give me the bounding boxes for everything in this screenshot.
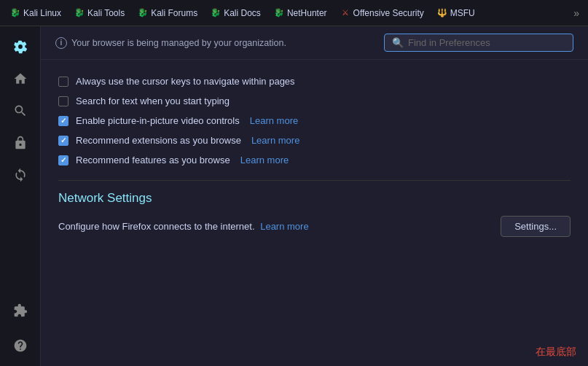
pref-item-pip: Enable picture-in-picture video controls… [55, 111, 573, 131]
lock-icon [13, 136, 28, 150]
tab-msfu[interactable]: 🔱 MSFU [431, 5, 481, 21]
checkbox-recommend-features[interactable] [58, 155, 68, 166]
managed-text: Your browser is being managed by your or… [71, 38, 286, 48]
sidebar-item-help[interactable] [6, 331, 35, 360]
bottom-right-label: 在最底部 [536, 346, 576, 359]
tab-kali-tools[interactable]: 🐉 Kali Tools [68, 5, 130, 21]
pref-label-pip: Enable picture-in-picture video controls [76, 115, 240, 126]
checkbox-recommend-extensions[interactable] [58, 136, 68, 146]
sidebar-item-search[interactable] [6, 96, 35, 125]
kali-tools-icon: 🐉 [74, 8, 85, 18]
pref-label-recommend-extensions: Recommend extensions as you browse [76, 135, 241, 146]
search-box[interactable]: 🔍 [384, 34, 573, 52]
pref-label-search-typing: Search for text when you start typing [76, 96, 230, 106]
tab-msfu-label: MSFU [450, 8, 475, 18]
network-settings-button[interactable]: Settings... [501, 216, 571, 237]
search-input[interactable] [408, 37, 565, 48]
tab-kali-forums-label: Kali Forums [151, 8, 197, 18]
home-icon [13, 71, 28, 86]
tab-offensive-security-label: Offensive Security [353, 8, 424, 18]
sidebar-item-sync[interactable] [6, 160, 35, 190]
learn-more-network[interactable]: Learn more [260, 221, 308, 232]
sidebar-item-home[interactable] [6, 64, 35, 93]
tab-kali-linux[interactable]: 🐉 Kali Linux [4, 5, 67, 21]
offensive-security-icon: ⚔ [340, 8, 350, 18]
pref-item-recommend-features: Recommend features as you browse Learn m… [55, 150, 573, 170]
info-bar: i Your browser is being managed by your … [41, 26, 588, 60]
pref-item-cursor-keys: Always use the cursor keys to navigate w… [55, 71, 573, 91]
nethunter-icon: 🐉 [274, 8, 284, 18]
tab-kali-docs[interactable]: 🐉 Kali Docs [205, 5, 267, 21]
kali-linux-icon: 🐉 [10, 8, 20, 18]
main-layout: i Your browser is being managed by your … [0, 26, 588, 366]
msfu-icon: 🔱 [437, 8, 447, 18]
learn-more-extensions[interactable]: Learn more [251, 135, 299, 146]
kali-forums-icon: 🐉 [138, 8, 148, 18]
tab-kali-tools-label: Kali Tools [87, 8, 125, 18]
info-icon: i [55, 37, 67, 49]
learn-more-pip[interactable]: Learn more [250, 115, 298, 126]
sidebar-item-extensions[interactable] [6, 296, 35, 325]
sidebar [0, 26, 41, 366]
managed-message: i Your browser is being managed by your … [55, 37, 286, 49]
pref-label-recommend-features: Recommend features as you browse [76, 155, 230, 166]
tab-kali-forums[interactable]: 🐉 Kali Forums [132, 5, 203, 21]
gear-icon [13, 39, 28, 54]
help-icon [13, 338, 28, 353]
kali-docs-icon: 🐉 [211, 8, 221, 18]
search-magnifier-icon: 🔍 [392, 37, 404, 48]
search-icon [13, 104, 28, 118]
puzzle-icon [13, 303, 28, 318]
tab-nethunter[interactable]: 🐉 NetHunter [268, 5, 333, 21]
tab-kali-docs-label: Kali Docs [224, 8, 261, 18]
tab-offensive-security[interactable]: ⚔ Offensive Security [334, 5, 430, 21]
pref-item-search-typing: Search for text when you start typing [55, 91, 573, 111]
content-area: i Your browser is being managed by your … [41, 26, 588, 366]
section-divider [58, 180, 571, 181]
tab-kali-linux-label: Kali Linux [23, 8, 61, 18]
network-section-title: Network Settings [55, 191, 573, 206]
more-tabs-button[interactable]: » [569, 4, 584, 22]
pref-label-cursor-keys: Always use the cursor keys to navigate w… [76, 76, 295, 87]
sidebar-item-settings[interactable] [6, 32, 35, 61]
network-row: Configure how Firefox connects to the in… [55, 216, 573, 237]
sync-icon [13, 168, 28, 182]
preferences-section: Always use the cursor keys to navigate w… [41, 60, 588, 249]
network-description: Configure how Firefox connects to the in… [58, 221, 309, 232]
tab-bar: 🐉 Kali Linux 🐉 Kali Tools 🐉 Kali Forums … [0, 0, 588, 26]
sidebar-item-lock[interactable] [6, 128, 35, 157]
pref-item-recommend-extensions: Recommend extensions as you browse Learn… [55, 131, 573, 150]
checkbox-pip[interactable] [58, 116, 68, 126]
tab-nethunter-label: NetHunter [287, 8, 327, 18]
checkbox-cursor-keys[interactable] [58, 77, 68, 87]
learn-more-features[interactable]: Learn more [240, 155, 289, 166]
checkbox-search-typing[interactable] [58, 96, 68, 106]
